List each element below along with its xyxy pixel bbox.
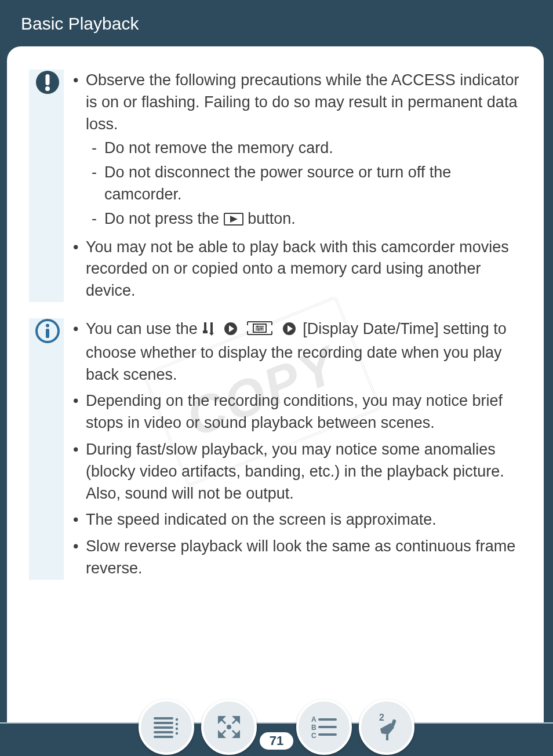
info-content: You can use the [72,318,522,580]
nav-mode-button[interactable]: 2 [359,699,414,755]
svg-marker-34 [218,730,226,738]
index-icon: ABC [309,714,339,740]
footer-nav: 71 ABC 2 [0,686,553,756]
info-item: Depending on the recording conditions, y… [72,390,522,434]
display-settings-icon [244,320,275,342]
svg-point-30 [176,728,178,730]
caution-block: Observe the following precautions while … [29,70,522,302]
page-body: COPY Observe the following precautions w… [7,46,544,719]
info-item: The speed indicated on the screen is app… [72,509,522,531]
nav-toc-button[interactable] [139,699,194,755]
svg-point-20 [258,329,260,330]
svg-rect-45 [391,719,396,726]
caution-icon [35,70,60,95]
svg-rect-1 [46,74,50,85]
svg-text:2: 2 [379,713,384,722]
svg-point-6 [46,324,49,327]
svg-marker-4 [230,216,238,223]
svg-rect-9 [210,322,213,333]
play-mode-icon [224,210,243,232]
caution-item: Observe the following precautions while … [72,70,522,232]
nav-index-button[interactable]: ABC [296,699,352,755]
page-number-pill: 71 [258,730,295,751]
svg-point-19 [261,327,263,329]
svg-marker-32 [218,716,226,724]
info-block: You can use the [29,318,522,580]
arrow-next-icon [224,320,238,342]
caution-subitem: Do not press the button. [86,208,522,232]
svg-point-36 [227,725,231,729]
svg-point-31 [176,732,178,735]
svg-point-2 [45,86,50,91]
page-header: Basic Playback [0,0,553,46]
caution-content: Observe the following precautions while … [72,70,522,302]
svg-marker-33 [232,716,240,724]
arrow-next-icon [282,320,296,342]
info-icon [35,318,60,344]
info-item: During fast/slow playback, you may notic… [72,439,522,504]
fullscreen-icon [214,713,243,742]
page-title: Basic Playback [21,14,139,33]
svg-rect-7 [46,329,49,338]
caution-subitem: Do not disconnect the power source or tu… [86,162,522,206]
caution-band [29,70,64,302]
svg-point-28 [176,718,178,721]
camera-mode-icon: 2 [371,711,402,743]
settings-tools-icon [202,320,217,342]
info-band [29,318,64,580]
svg-marker-11 [209,333,214,336]
caution-subitem: Do not remove the memory card. [86,137,522,159]
svg-rect-46 [386,735,388,740]
svg-point-29 [176,723,178,725]
svg-text:A: A [311,715,316,724]
svg-point-18 [257,325,259,327]
caution-item: You may not be able to play back with th… [72,237,522,302]
info-item: You can use the [72,318,522,386]
svg-rect-8 [204,322,206,330]
toc-icon [151,714,181,740]
svg-marker-35 [232,730,240,738]
svg-rect-10 [203,330,208,333]
svg-text:C: C [311,732,316,740]
nav-row: 71 ABC 2 [0,699,553,755]
svg-text:B: B [311,724,316,732]
info-item: Slow reverse playback will look the same… [72,536,522,580]
nav-fullscreen-button[interactable] [201,699,257,755]
